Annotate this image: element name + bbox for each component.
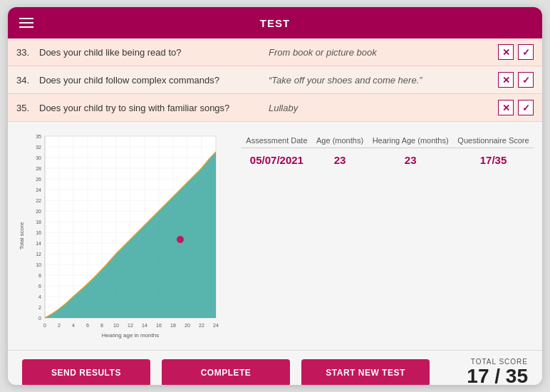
- start-new-test-button[interactable]: START NEW TEST: [301, 359, 430, 385]
- question-text-35: Does your child try to sing with familia…: [39, 103, 269, 113]
- svg-text:12: 12: [36, 252, 41, 257]
- svg-text:14: 14: [36, 241, 41, 246]
- svg-text:28: 28: [36, 166, 41, 171]
- question-row-35: 35. Does your child try to sing with fam…: [8, 94, 542, 122]
- stats-table: Assessment Date Age (months) Hearing Age…: [242, 133, 534, 172]
- svg-text:0: 0: [43, 323, 46, 328]
- svg-text:2: 2: [58, 323, 61, 328]
- svg-text:20: 20: [185, 323, 190, 328]
- svg-text:8: 8: [38, 273, 41, 278]
- svg-text:4: 4: [72, 323, 75, 328]
- send-results-button[interactable]: SEND RESULTS: [22, 359, 150, 385]
- svg-text:Hearing age in months: Hearing age in months: [102, 332, 160, 339]
- question-text-34: Does your child follow complex commands?: [39, 75, 269, 86]
- svg-text:4: 4: [38, 294, 41, 299]
- svg-text:14: 14: [142, 323, 147, 328]
- svg-text:2: 2: [38, 305, 41, 310]
- question-number-35: 35.: [16, 103, 39, 113]
- chart-area: 0 2 4 6 8 10 12 14 16 18 20 22 24 26 28 …: [16, 128, 230, 344]
- total-score-area: TOTAL SCORE 17 / 35: [467, 358, 528, 385]
- question-row-33: 33. Does your child like being read to? …: [8, 38, 542, 66]
- questions-area: 33. Does your child like being read to? …: [8, 38, 542, 122]
- question-text-33: Does your child like being read to?: [39, 47, 269, 58]
- question-actions-35: ✕ ✓: [498, 100, 534, 115]
- page-title: TEST: [260, 17, 290, 29]
- question-hint-34: “Take off your shoes and come here.”: [269, 75, 498, 86]
- svg-text:30: 30: [36, 155, 41, 160]
- svg-text:18: 18: [170, 323, 176, 328]
- svg-text:24: 24: [213, 323, 219, 328]
- svg-text:6: 6: [86, 323, 89, 328]
- menu-icon[interactable]: [19, 18, 33, 28]
- svg-text:26: 26: [36, 177, 41, 182]
- question-reject-34[interactable]: ✕: [498, 72, 514, 88]
- complete-button[interactable]: COMPLETE: [162, 359, 290, 385]
- question-actions-34: ✕ ✓: [498, 72, 534, 88]
- chart-data-point: [177, 236, 184, 243]
- main-content: 0 2 4 6 8 10 12 14 16 18 20 22 24 26 28 …: [8, 122, 542, 350]
- col-questionnaire-score: Questionnaire Score: [453, 133, 534, 148]
- svg-text:10: 10: [113, 323, 119, 328]
- svg-text:8: 8: [100, 323, 103, 328]
- svg-text:22: 22: [36, 198, 41, 203]
- question-hint-33: From book or picture book: [269, 47, 498, 58]
- question-accept-34[interactable]: ✓: [518, 72, 534, 88]
- svg-text:18: 18: [36, 220, 41, 225]
- question-actions-33: ✕ ✓: [498, 44, 534, 60]
- svg-text:35: 35: [36, 134, 41, 139]
- val-hearing-age: 23: [368, 148, 453, 172]
- question-hint-35: Lullaby: [269, 103, 498, 113]
- svg-text:16: 16: [36, 230, 41, 235]
- svg-text:0: 0: [38, 316, 41, 321]
- svg-text:22: 22: [199, 323, 204, 328]
- col-assessment-date: Assessment Date: [242, 133, 312, 148]
- question-reject-35[interactable]: ✕: [498, 100, 514, 115]
- svg-text:12: 12: [128, 323, 133, 328]
- stats-area: Assessment Date Age (months) Hearing Age…: [242, 128, 534, 344]
- svg-text:6: 6: [38, 284, 41, 289]
- question-reject-33[interactable]: ✕: [498, 44, 514, 60]
- svg-text:10: 10: [36, 262, 41, 267]
- question-number-34: 34.: [16, 75, 39, 86]
- footer: SEND RESULTS COMPLETE START NEW TEST TOT…: [8, 350, 542, 385]
- chart-svg: 0 2 4 6 8 10 12 14 16 18 20 22 24 26 28 …: [16, 128, 230, 344]
- col-hearing-age: Hearing Age (months): [368, 133, 453, 148]
- col-age: Age (months): [312, 133, 368, 148]
- total-score-value: 17 / 35: [467, 366, 528, 385]
- question-row-34: 34. Does your child follow complex comma…: [8, 66, 542, 94]
- svg-text:20: 20: [36, 209, 41, 214]
- val-age: 23: [312, 148, 368, 172]
- svg-text:32: 32: [36, 145, 41, 150]
- question-accept-35[interactable]: ✓: [518, 100, 534, 115]
- svg-text:24: 24: [36, 187, 41, 192]
- svg-text:Total score: Total score: [19, 222, 25, 249]
- header: TEST: [8, 7, 542, 38]
- svg-text:16: 16: [156, 323, 162, 328]
- app-container: TEST 33. Does your child like being read…: [8, 7, 542, 385]
- question-accept-33[interactable]: ✓: [518, 44, 534, 60]
- val-questionnaire-score: 17/35: [453, 148, 534, 172]
- question-number-33: 33.: [16, 47, 39, 58]
- val-assessment-date: 05/07/2021: [242, 148, 312, 172]
